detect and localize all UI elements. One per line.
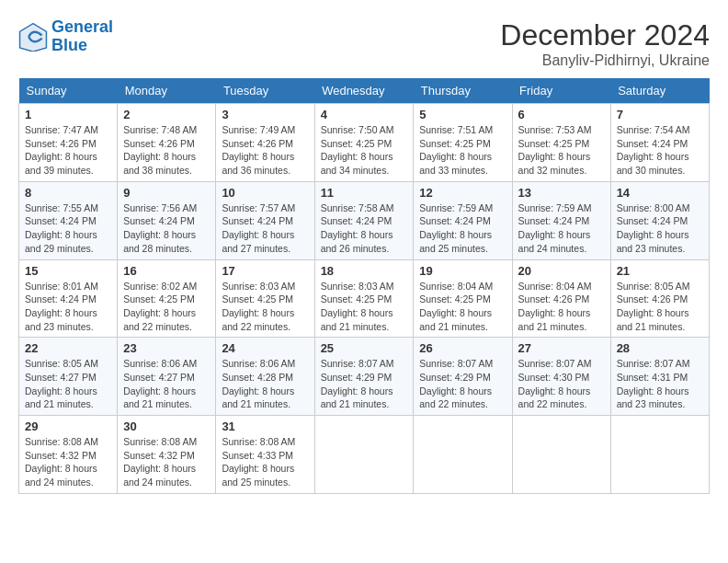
day-number: 12 [419, 186, 506, 200]
calendar-week-row: 22 Sunrise: 8:05 AMSunset: 4:27 PMDaylig… [19, 338, 710, 416]
day-number: 30 [123, 419, 210, 433]
day-info: Sunrise: 8:02 AMSunset: 4:25 PMDaylight:… [123, 280, 210, 334]
weekday-header-monday: Monday [118, 78, 216, 104]
calendar-day-cell: 6 Sunrise: 7:53 AMSunset: 4:25 PMDayligh… [512, 104, 610, 182]
day-info: Sunrise: 8:08 AMSunset: 4:33 PMDaylight:… [222, 435, 308, 489]
day-number: 13 [518, 186, 605, 200]
calendar-day-cell: 27 Sunrise: 8:07 AMSunset: 4:30 PMDaylig… [512, 338, 610, 416]
weekday-header-tuesday: Tuesday [216, 78, 314, 104]
calendar-day-cell: 18 Sunrise: 8:03 AMSunset: 4:25 PMDaylig… [314, 259, 414, 338]
day-number: 18 [321, 264, 408, 278]
calendar-day-cell: 3 Sunrise: 7:49 AMSunset: 4:26 PMDayligh… [216, 104, 314, 182]
day-info: Sunrise: 8:07 AMSunset: 4:30 PMDaylight:… [518, 357, 605, 411]
calendar-day-cell: 22 Sunrise: 8:05 AMSunset: 4:27 PMDaylig… [19, 338, 118, 416]
calendar-week-row: 8 Sunrise: 7:55 AMSunset: 4:24 PMDayligh… [19, 181, 710, 259]
calendar-week-row: 29 Sunrise: 8:08 AMSunset: 4:32 PMDaylig… [19, 416, 710, 494]
calendar-day-cell: 29 Sunrise: 8:08 AMSunset: 4:32 PMDaylig… [19, 416, 118, 494]
day-info: Sunrise: 8:03 AMSunset: 4:25 PMDaylight:… [222, 280, 308, 334]
calendar-day-cell: 2 Sunrise: 7:48 AMSunset: 4:26 PMDayligh… [118, 104, 216, 182]
day-info: Sunrise: 7:54 AMSunset: 4:24 PMDaylight:… [617, 123, 703, 178]
day-info: Sunrise: 7:58 AMSunset: 4:24 PMDaylight:… [321, 201, 408, 256]
logo-line2: Blue [51, 36, 87, 54]
calendar-day-cell: 28 Sunrise: 8:07 AMSunset: 4:31 PMDaylig… [610, 338, 709, 416]
day-number: 21 [617, 264, 703, 278]
day-number: 9 [123, 186, 210, 200]
weekday-header-friday: Friday [512, 78, 610, 104]
day-number: 2 [123, 108, 210, 121]
calendar-week-row: 1 Sunrise: 7:47 AMSunset: 4:26 PMDayligh… [19, 104, 710, 182]
calendar-day-cell: 24 Sunrise: 8:06 AMSunset: 4:28 PMDaylig… [216, 338, 314, 416]
day-info: Sunrise: 7:59 AMSunset: 4:24 PMDaylight:… [419, 201, 506, 256]
weekday-header-thursday: Thursday [414, 78, 512, 104]
day-number: 11 [321, 186, 408, 200]
day-info: Sunrise: 7:48 AMSunset: 4:26 PMDaylight:… [123, 123, 210, 178]
calendar-day-cell: 4 Sunrise: 7:50 AMSunset: 4:25 PMDayligh… [314, 104, 414, 182]
day-number: 14 [617, 186, 703, 200]
day-number: 27 [518, 341, 605, 355]
day-number: 31 [222, 419, 308, 433]
day-info: Sunrise: 8:05 AMSunset: 4:27 PMDaylight:… [25, 357, 111, 411]
day-number: 22 [25, 341, 111, 355]
day-number: 3 [222, 108, 308, 121]
day-info: Sunrise: 7:53 AMSunset: 4:25 PMDaylight:… [518, 123, 605, 178]
day-number: 20 [518, 264, 605, 278]
calendar-day-cell: 19 Sunrise: 8:04 AMSunset: 4:25 PMDaylig… [414, 259, 512, 338]
day-number: 1 [25, 108, 111, 121]
day-info: Sunrise: 7:55 AMSunset: 4:24 PMDaylight:… [25, 201, 111, 256]
empty-cell [414, 416, 512, 494]
day-info: Sunrise: 7:57 AMSunset: 4:24 PMDaylight:… [222, 201, 308, 256]
day-number: 17 [222, 264, 308, 278]
logo-icon [18, 22, 48, 52]
calendar-day-cell: 20 Sunrise: 8:04 AMSunset: 4:26 PMDaylig… [512, 259, 610, 338]
day-info: Sunrise: 8:01 AMSunset: 4:24 PMDaylight:… [25, 280, 111, 334]
calendar-day-cell: 17 Sunrise: 8:03 AMSunset: 4:25 PMDaylig… [216, 259, 314, 338]
calendar-day-cell: 7 Sunrise: 7:54 AMSunset: 4:24 PMDayligh… [610, 104, 709, 182]
calendar-day-cell: 26 Sunrise: 8:07 AMSunset: 4:29 PMDaylig… [414, 338, 512, 416]
calendar-day-cell: 14 Sunrise: 8:00 AMSunset: 4:24 PMDaylig… [610, 181, 709, 259]
day-number: 19 [419, 264, 506, 278]
day-number: 24 [222, 341, 308, 355]
day-number: 4 [321, 108, 408, 121]
empty-cell [512, 416, 610, 494]
day-info: Sunrise: 8:08 AMSunset: 4:32 PMDaylight:… [123, 435, 210, 489]
calendar-week-row: 15 Sunrise: 8:01 AMSunset: 4:24 PMDaylig… [19, 259, 710, 338]
calendar-day-cell: 9 Sunrise: 7:56 AMSunset: 4:24 PMDayligh… [118, 181, 216, 259]
calendar-day-cell: 5 Sunrise: 7:51 AMSunset: 4:25 PMDayligh… [414, 104, 512, 182]
day-number: 7 [617, 108, 703, 121]
logo: General Blue [18, 18, 113, 55]
day-number: 5 [419, 108, 506, 121]
page-header: General Blue December 2024 Banyliv-Pidhi… [18, 18, 710, 69]
day-info: Sunrise: 8:03 AMSunset: 4:25 PMDaylight:… [321, 280, 408, 334]
day-info: Sunrise: 8:06 AMSunset: 4:28 PMDaylight:… [222, 357, 308, 411]
location-subtitle: Banyliv-Pidhirnyi, Ukraine [500, 52, 710, 69]
empty-cell [314, 416, 414, 494]
day-info: Sunrise: 7:51 AMSunset: 4:25 PMDaylight:… [419, 123, 506, 178]
calendar-day-cell: 11 Sunrise: 7:58 AMSunset: 4:24 PMDaylig… [314, 181, 414, 259]
calendar-day-cell: 13 Sunrise: 7:59 AMSunset: 4:24 PMDaylig… [512, 181, 610, 259]
day-number: 26 [419, 341, 506, 355]
calendar-day-cell: 15 Sunrise: 8:01 AMSunset: 4:24 PMDaylig… [19, 259, 118, 338]
day-info: Sunrise: 7:59 AMSunset: 4:24 PMDaylight:… [518, 201, 605, 256]
calendar-day-cell: 30 Sunrise: 8:08 AMSunset: 4:32 PMDaylig… [118, 416, 216, 494]
weekday-header-row: SundayMondayTuesdayWednesdayThursdayFrid… [19, 78, 710, 104]
day-info: Sunrise: 8:05 AMSunset: 4:26 PMDaylight:… [617, 280, 703, 334]
day-info: Sunrise: 7:49 AMSunset: 4:26 PMDaylight:… [222, 123, 308, 178]
weekday-header-wednesday: Wednesday [314, 78, 414, 104]
calendar-day-cell: 31 Sunrise: 8:08 AMSunset: 4:33 PMDaylig… [216, 416, 314, 494]
weekday-header-saturday: Saturday [610, 78, 709, 104]
day-number: 6 [518, 108, 605, 121]
calendar-day-cell: 23 Sunrise: 8:06 AMSunset: 4:27 PMDaylig… [118, 338, 216, 416]
calendar-day-cell: 8 Sunrise: 7:55 AMSunset: 4:24 PMDayligh… [19, 181, 118, 259]
day-info: Sunrise: 8:00 AMSunset: 4:24 PMDaylight:… [617, 201, 703, 256]
title-block: December 2024 Banyliv-Pidhirnyi, Ukraine [500, 18, 710, 69]
day-number: 25 [321, 341, 408, 355]
calendar-day-cell: 1 Sunrise: 7:47 AMSunset: 4:26 PMDayligh… [19, 104, 118, 182]
empty-cell [610, 416, 709, 494]
logo-text: General Blue [51, 18, 113, 55]
calendar-day-cell: 10 Sunrise: 7:57 AMSunset: 4:24 PMDaylig… [216, 181, 314, 259]
day-number: 15 [25, 264, 111, 278]
day-info: Sunrise: 7:56 AMSunset: 4:24 PMDaylight:… [123, 201, 210, 256]
day-number: 23 [123, 341, 210, 355]
day-number: 16 [123, 264, 210, 278]
day-info: Sunrise: 8:07 AMSunset: 4:29 PMDaylight:… [321, 357, 408, 411]
